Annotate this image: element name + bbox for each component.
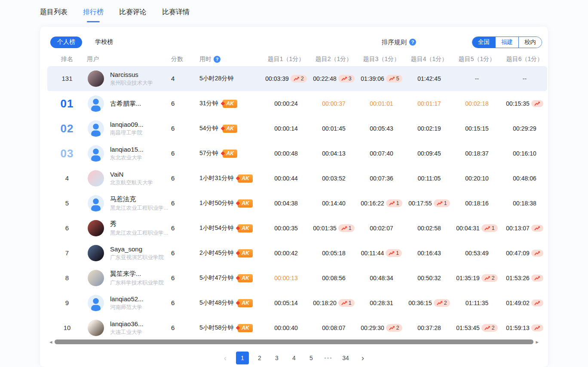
leaderboard-row[interactable]: 5马惹法克黑龙江农业工程职业学...61小时50分钟AK00:04:3800:1… bbox=[47, 191, 547, 216]
avatar[interactable] bbox=[88, 270, 104, 286]
horizontal-scrollbar[interactable]: ◂ ▸ bbox=[49, 339, 539, 345]
rank-value: 02 bbox=[61, 122, 74, 135]
problem-cell-1: 00:00:44 bbox=[262, 175, 310, 182]
avatar[interactable] bbox=[88, 195, 104, 211]
region-fujian-button[interactable]: 福建 bbox=[495, 37, 518, 48]
username[interactable]: VaiN bbox=[110, 171, 153, 178]
username[interactable]: lanqiao15... bbox=[110, 146, 144, 153]
time-value: 1小时31分钟 bbox=[199, 174, 233, 182]
retry-badge: 2 bbox=[291, 75, 307, 83]
problem-cell-3: 00:05:43 bbox=[358, 125, 405, 132]
avatar[interactable] bbox=[88, 70, 104, 87]
problem-cell-5: 00:53:49 bbox=[453, 250, 501, 257]
pagination-next-icon[interactable]: › bbox=[356, 352, 369, 364]
username[interactable]: 翼笙来学... bbox=[110, 270, 164, 278]
trend-up-icon bbox=[389, 201, 395, 205]
problem-time: 00:53:49 bbox=[465, 250, 489, 257]
time-help-icon[interactable]: ? bbox=[214, 56, 220, 63]
user-info: lanqiao52...河南师范大学 bbox=[110, 295, 144, 311]
avatar[interactable] bbox=[88, 145, 104, 162]
username[interactable]: 古希腊掌... bbox=[110, 100, 141, 108]
rank-cell: 01 bbox=[47, 97, 87, 110]
score-value: 6 bbox=[171, 125, 175, 132]
pagination-ellipsis[interactable]: ••• bbox=[322, 352, 335, 364]
retry-badge: 2 bbox=[434, 299, 450, 307]
trend-up-icon bbox=[341, 76, 347, 81]
username[interactable]: lanqiao09... bbox=[110, 121, 144, 128]
rank-value: 131 bbox=[61, 75, 72, 82]
avatar[interactable] bbox=[88, 120, 104, 137]
header-time: 用时 ? bbox=[194, 55, 259, 63]
avatar[interactable] bbox=[88, 170, 104, 187]
sort-rule-help-icon[interactable]: ? bbox=[409, 39, 416, 46]
avatar[interactable] bbox=[88, 95, 104, 112]
problem-time: 00:00:42 bbox=[274, 250, 298, 257]
problem-time: 00:01:17 bbox=[417, 100, 441, 107]
avatar[interactable] bbox=[88, 320, 104, 336]
problem-time: -- bbox=[475, 75, 479, 82]
score-value: 6 bbox=[171, 100, 175, 107]
problem-time: 00:15:35 bbox=[506, 100, 530, 107]
username[interactable]: 马惹法克 bbox=[110, 195, 168, 203]
scroll-left-icon[interactable]: ◂ bbox=[49, 339, 52, 345]
username[interactable]: lanqiao52... bbox=[110, 295, 144, 303]
trend-up-icon bbox=[389, 326, 395, 330]
username[interactable]: 秀 bbox=[110, 220, 168, 228]
username[interactable]: Saya_song bbox=[110, 245, 164, 253]
problem-cell-2: 00:01:351 bbox=[310, 224, 358, 232]
region-national-button[interactable]: 全国 bbox=[472, 37, 495, 48]
leaderboard-row[interactable]: 01古希腊掌...631分钟AK00:00:2400:00:3700:01:01… bbox=[47, 91, 547, 116]
leaderboard-row[interactable]: 03lanqiao15...东北农业大学657分钟AK00:00:4800:04… bbox=[47, 141, 547, 166]
leaderboard-row[interactable]: 131Narcissus泉州职业技术大学45小时28分钟00:03:39200:… bbox=[47, 66, 547, 91]
tab-contest-details[interactable]: 比赛详情 bbox=[162, 8, 190, 22]
leaderboard-row[interactable]: 02lanqiao09...南昌理工学院654分钟AK00:00:1400:01… bbox=[47, 116, 547, 141]
score-cell: 6 bbox=[168, 299, 194, 307]
time-cell: 57分钟AK bbox=[194, 150, 259, 158]
problem-time: 00:02:19 bbox=[417, 125, 441, 132]
personal-board-button[interactable]: 个人榜 bbox=[50, 37, 82, 48]
trend-up-icon bbox=[534, 301, 540, 305]
problem-cell-2: 00:00:37 bbox=[310, 100, 358, 107]
leaderboard-row[interactable]: 4VaiN北京航空航天大学61小时31分钟AK00:00:4400:03:520… bbox=[47, 166, 547, 191]
problem-time: 01:11:35 bbox=[466, 300, 488, 306]
pagination-page-5[interactable]: 5 bbox=[305, 352, 318, 364]
problem-cell-6: 01:59:13 bbox=[501, 324, 548, 331]
pagination-page-1[interactable]: 1 bbox=[236, 352, 249, 364]
username[interactable]: Narcissus bbox=[110, 71, 153, 78]
leaderboard-row[interactable]: 9lanqiao52...河南师范大学65小时48分钟AK00:05:1400:… bbox=[47, 291, 547, 315]
school-board-button[interactable]: 学校榜 bbox=[95, 38, 113, 46]
problem-time: 00:37:28 bbox=[417, 324, 441, 331]
leaderboard-row[interactable]: 10lanqiao36...大连工业大学65小时58分钟AK00:00:4000… bbox=[47, 315, 547, 340]
avatar[interactable] bbox=[88, 220, 104, 236]
tab-problem-list[interactable]: 题目列表 bbox=[40, 8, 67, 22]
pagination-page-3[interactable]: 3 bbox=[270, 352, 283, 364]
problem-cell-3: 00:07:36 bbox=[358, 175, 405, 182]
scroll-right-icon[interactable]: ▸ bbox=[536, 339, 539, 345]
pagination-page-4[interactable]: 4 bbox=[288, 352, 300, 364]
avatar[interactable] bbox=[88, 245, 104, 261]
username[interactable]: lanqiao36... bbox=[110, 320, 144, 327]
sort-rule-group: 排序规则 ? bbox=[382, 38, 416, 46]
pagination-page-34[interactable]: 34 bbox=[339, 352, 352, 364]
problem-time: 00:04:13 bbox=[322, 150, 346, 157]
leaderboard-card: 个人榜 学校榜 排序规则 ? 全国 福建 校内 排名 用户 分数 用时 ? 题目… bbox=[40, 27, 548, 367]
avatar[interactable] bbox=[88, 295, 104, 311]
trend-up-icon bbox=[534, 101, 540, 106]
retry-badge bbox=[531, 300, 543, 306]
problem-time: 01:42:45 bbox=[417, 75, 441, 82]
problem-time: 00:01:45 bbox=[322, 125, 346, 132]
pagination-prev-icon[interactable]: ‹ bbox=[219, 352, 232, 364]
leaderboard-row[interactable]: 6秀黑龙江农业工程职业学...61小时54分钟AK00:00:3500:01:3… bbox=[47, 216, 547, 241]
region-campus-button[interactable]: 校内 bbox=[518, 37, 542, 48]
pagination-page-2[interactable]: 2 bbox=[253, 352, 266, 364]
leaderboard-row[interactable]: 7Saya_song广东亚视演艺职业学院62小时45分钟AK00:00:4200… bbox=[47, 241, 547, 266]
tab-contest-comments[interactable]: 比赛评论 bbox=[119, 8, 147, 22]
user-school: 广东科学技术职业学院 bbox=[110, 279, 164, 287]
tab-leaderboard[interactable]: 排行榜 bbox=[83, 8, 104, 22]
scrollbar-thumb[interactable] bbox=[55, 339, 534, 344]
problem-time: 00:01:35 bbox=[313, 225, 337, 232]
time-value: 54分钟 bbox=[199, 125, 218, 132]
leaderboard-row[interactable]: 8翼笙来学...广东科学技术职业学院65小时47分钟AK00:00:1300:0… bbox=[47, 266, 547, 291]
problem-time: 00:50:32 bbox=[417, 275, 441, 281]
ak-badge: AK bbox=[223, 100, 237, 108]
